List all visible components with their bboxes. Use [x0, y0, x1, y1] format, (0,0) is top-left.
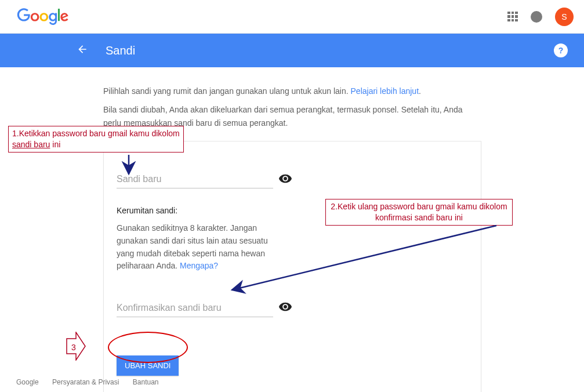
footer-terms-link[interactable]: Persyaratan & Privasi	[52, 378, 119, 386]
intro-text-1a: Pilihlah sandi yang rumit dan jangan gun…	[103, 86, 351, 96]
annotation-3-arrow-shape	[66, 332, 86, 363]
top-right-controls: S	[507, 8, 574, 26]
google-logo[interactable]	[16, 8, 70, 26]
footer-help-link[interactable]: Bantuan	[133, 378, 159, 386]
apps-icon[interactable]	[507, 12, 518, 22]
change-password-button[interactable]: UBAH SANDI	[117, 355, 179, 376]
help-icon[interactable]: ?	[554, 43, 568, 57]
blue-header: Sandi ?	[0, 34, 584, 67]
confirm-password-input[interactable]	[117, 299, 273, 317]
password-card: Kerumitan sandi: Gunakan sedikitnya 8 ka…	[103, 141, 481, 392]
notifications-icon[interactable]	[531, 11, 542, 23]
page-title: Sandi	[106, 44, 135, 57]
blue-header-left: Sandi	[77, 43, 135, 57]
show-confirm-password-icon[interactable]	[279, 302, 292, 314]
annotation-2: 2.Ketik ulang password baru gmail kamu d…	[325, 199, 513, 226]
new-password-input[interactable]	[117, 170, 273, 188]
top-bar: S	[0, 0, 584, 34]
annotation-3-label: 3	[71, 343, 76, 352]
new-password-row	[117, 170, 291, 188]
annotation-1: 1.Ketikkan password baru gmail kamu diko…	[8, 126, 184, 153]
footer: Google Persyaratan & Privasi Bantuan	[16, 378, 171, 386]
why-link[interactable]: Mengapa?	[180, 261, 218, 270]
annotation-1-pre: 1.Ketikkan password baru gmail kamu diko…	[12, 129, 180, 138]
annotation-1-underline: sandi baru	[12, 140, 50, 149]
confirm-password-row	[117, 299, 291, 317]
learn-more-link[interactable]: Pelajari lebih lanjut	[351, 86, 419, 96]
intro-text-1b: .	[419, 86, 421, 96]
avatar[interactable]: S	[555, 8, 574, 26]
intro-line-1: Pilihlah sandi yang rumit dan jangan gun…	[103, 85, 481, 97]
strength-description: Gunakan sedikitnya 8 karakter. Jangan gu…	[117, 222, 285, 273]
back-arrow-icon[interactable]	[77, 43, 88, 57]
annotation-1-post: ini	[50, 140, 60, 149]
show-password-icon[interactable]	[279, 174, 292, 186]
footer-google-link[interactable]: Google	[16, 378, 39, 386]
